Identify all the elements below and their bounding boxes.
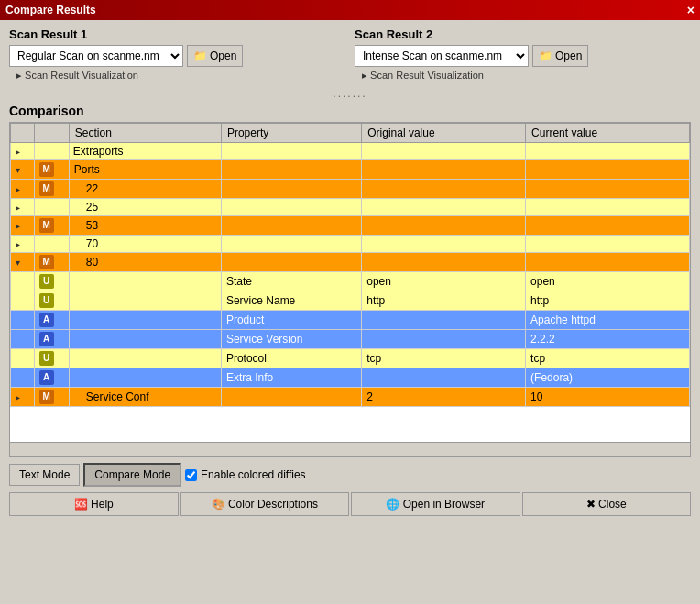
expand-arrow[interactable]: ▸ (11, 143, 35, 160)
title-bar: Compare Results × (0, 0, 700, 20)
row-badge: U (34, 272, 69, 291)
color-desc-label: Color Descriptions (228, 498, 318, 511)
row-current-value (526, 180, 690, 199)
row-current-value (526, 199, 690, 216)
row-section: 25 (69, 199, 221, 216)
expand-arrow[interactable]: ▸ (11, 236, 35, 253)
row-original-value (362, 216, 526, 236)
table-row: ▸M53 (11, 216, 690, 236)
table-row: ▸MService Conf210 (11, 388, 690, 407)
row-property (221, 180, 361, 199)
row-badge: M (34, 180, 69, 199)
scan-result-2-dropdown[interactable]: Intense Scan on scanme.nm (355, 45, 529, 67)
row-property: Service Name (221, 291, 361, 311)
row-original-value (362, 253, 526, 272)
text-mode-button[interactable]: Text Mode (9, 464, 80, 486)
row-original-value: tcp (362, 349, 526, 368)
folder-icon: 📁 (193, 49, 207, 62)
col-header-badge (34, 124, 69, 143)
close-button[interactable]: ✖ Close (522, 492, 692, 516)
scan-result-1-label: Scan Result 1 (9, 27, 345, 41)
comparison-scroll-area[interactable]: Section Property Original value Current … (10, 123, 690, 442)
expand-arrow[interactable]: ▸ (11, 388, 35, 407)
horizontal-scrollbar[interactable] (9, 443, 691, 457)
help-label: Help (91, 498, 114, 511)
row-current-value: 10 (526, 388, 690, 407)
row-property (221, 388, 361, 407)
scan-result-1-dropdown[interactable]: Regular Scan on scanme.nm (9, 45, 183, 67)
expand-arrow[interactable] (11, 330, 35, 349)
close-x-icon: ✖ (586, 498, 598, 511)
row-current-value (526, 160, 690, 180)
table-row: ▸25 (11, 199, 690, 216)
table-row: ▸M22 (11, 180, 690, 199)
row-badge: M (34, 216, 69, 236)
row-section (69, 349, 221, 368)
open-label-2: Open (555, 49, 582, 62)
expand-arrow[interactable] (11, 368, 35, 388)
table-row: ▾MPorts (11, 160, 690, 180)
scan-result-2-open-button[interactable]: 📁 Open (532, 45, 588, 67)
table-row: ▾M80 (11, 253, 690, 272)
expand-arrow[interactable] (11, 272, 35, 291)
open-in-browser-button[interactable]: 🌐 Open in Browser (351, 492, 520, 516)
row-property: Product (221, 311, 361, 330)
table-row: ▸70 (11, 236, 690, 253)
row-badge: A (34, 311, 69, 330)
row-original-value (362, 199, 526, 216)
help-button[interactable]: 🆘 Help (9, 492, 179, 516)
row-property (221, 199, 361, 216)
scan-result-2-section: Scan Result 2 Intense Scan on scanme.nm … (355, 27, 691, 82)
scan-result-2-vis[interactable]: Scan Result Visualization (355, 70, 691, 82)
row-original-value (362, 180, 526, 199)
row-property (221, 253, 361, 272)
row-section: 22 (69, 180, 221, 199)
comparison-label: Comparison (9, 104, 691, 118)
open-label-1: Open (210, 49, 236, 62)
row-original-value (362, 160, 526, 180)
row-property: Service Version (221, 330, 361, 349)
table-row: UService Namehttphttp (11, 291, 690, 311)
color-desc-icon: 🎨 (212, 498, 228, 511)
color-descriptions-button[interactable]: 🎨 Color Descriptions (180, 492, 350, 516)
row-badge: M (34, 253, 69, 272)
expand-arrow[interactable] (11, 311, 35, 330)
compare-mode-button[interactable]: Compare Mode (83, 463, 181, 487)
scan-result-1-vis[interactable]: Scan Result Visualization (9, 70, 345, 82)
row-badge (34, 199, 69, 216)
divider: ....... (9, 87, 691, 100)
enable-colored-checkbox[interactable] (185, 469, 197, 481)
comparison-table: Section Property Original value Current … (10, 123, 690, 407)
expand-arrow[interactable] (11, 291, 35, 311)
expand-arrow[interactable]: ▸ (11, 216, 35, 236)
enable-colored-label[interactable]: Enable colored diffies (185, 468, 306, 481)
row-current-value: Apache httpd (526, 311, 690, 330)
row-property: State (221, 272, 361, 291)
expand-arrow[interactable]: ▸ (11, 180, 35, 199)
row-property: Extra Info (221, 368, 361, 388)
expand-arrow[interactable] (11, 349, 35, 368)
row-section: 53 (69, 216, 221, 236)
row-current-value (526, 143, 690, 160)
window-title: Compare Results (5, 4, 96, 16)
row-section: Service Conf (69, 388, 221, 407)
row-badge (34, 143, 69, 160)
row-section: Extraports (69, 143, 221, 160)
expand-arrow[interactable]: ▸ (11, 199, 35, 216)
row-current-value: tcp (526, 349, 690, 368)
help-icon: 🆘 (74, 498, 91, 511)
expand-arrow[interactable]: ▾ (11, 253, 35, 272)
comparison-table-wrapper: Section Property Original value Current … (9, 122, 691, 443)
scan-result-1-open-button[interactable]: 📁 Open (187, 45, 243, 67)
row-property (221, 216, 361, 236)
row-original-value (362, 368, 526, 388)
expand-arrow[interactable]: ▾ (11, 160, 35, 180)
row-section (69, 311, 221, 330)
open-browser-label: Open in Browser (403, 498, 485, 511)
row-current-value: 2.2.2 (526, 330, 690, 349)
col-header-section: Section (69, 124, 221, 143)
row-original-value: open (362, 272, 526, 291)
row-current-value (526, 216, 690, 236)
table-row: AService Version2.2.2 (11, 330, 690, 349)
close-icon[interactable]: × (687, 3, 695, 17)
